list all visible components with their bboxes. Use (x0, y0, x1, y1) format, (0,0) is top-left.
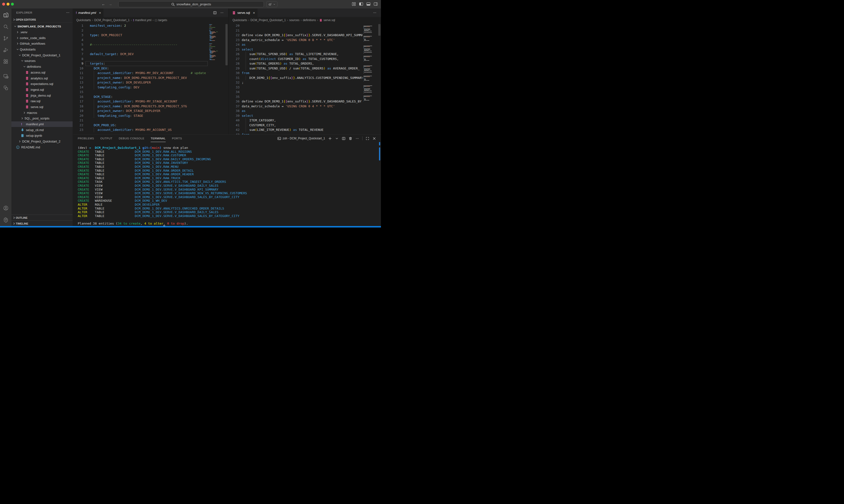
copilot-button[interactable] (266, 1, 278, 7)
breadcrumb-item[interactable]: Quickstarts (232, 18, 247, 22)
activitybar-search[interactable] (0, 21, 12, 33)
breadcrumb-item[interactable]: targets (158, 18, 168, 22)
code-line (242, 90, 363, 94)
timeline-section[interactable]: TIMELINE (12, 220, 73, 226)
terminal-scrollbar[interactable] (379, 142, 380, 145)
activitybar-explorer[interactable] (0, 9, 12, 21)
toggle-panel-icon[interactable] (366, 2, 371, 6)
tree-item-analytics-sql[interactable]: analytics.sql (12, 75, 73, 81)
line-number: 35 (229, 94, 240, 99)
terminal-scrollbar[interactable] (379, 147, 380, 161)
close-tab-icon[interactable]: × (99, 11, 101, 15)
terminal-command-line: (dev) → DCM_Project_Quickstart_1 git:(ma… (78, 146, 188, 150)
tree-item-sources[interactable]: sources (12, 58, 73, 64)
tree-item-label: definitions (27, 65, 41, 69)
editor-scrollbar[interactable] (378, 24, 381, 36)
line-number: 43 (229, 132, 240, 135)
customize-layout-icon[interactable] (352, 2, 356, 6)
chevron-right-icon (16, 42, 19, 45)
navigate-back-button[interactable]: ← (101, 2, 106, 6)
plan-row: CREATE TASK DCM_DEMO_1_DEV.ANALYTICS.TSK… (78, 180, 226, 184)
tree-item-ingest-sql[interactable]: ingest.sql (12, 87, 73, 93)
code-line (90, 47, 208, 52)
tab-serve-sql[interactable]: serve.sql × (229, 8, 258, 17)
tree-item-quickstarts[interactable]: Quickstarts (12, 47, 73, 52)
navigate-forward-button[interactable]: → (108, 2, 113, 6)
activitybar-source-control[interactable] (0, 33, 12, 44)
split-editor-icon[interactable] (213, 11, 217, 15)
tree-item-serve-sql[interactable]: serve.sql (12, 104, 73, 110)
line-number: 38 (229, 109, 240, 113)
tree-item-jinja-demo-sql[interactable]: jinja_demo.sql (12, 92, 73, 98)
zoom-window-button[interactable] (11, 3, 14, 5)
indent-guide (246, 118, 246, 123)
tree-item-github-workflows[interactable]: GitHub_workflows (12, 41, 73, 47)
breadcrumb-item[interactable]: manifest.yml (135, 18, 151, 22)
tree-item-label: jinja_demo.sql (31, 94, 51, 97)
chevron-right-icon (20, 117, 24, 120)
tree-item-definitions[interactable]: definitions (12, 64, 73, 70)
editor-serve-sql[interactable]: 202122define view DCM_DEMO_1{{env_suffix… (229, 23, 381, 134)
breadcrumb-item[interactable]: DCM_Project_Quickstart_1 (94, 18, 129, 22)
activitybar-extensions[interactable] (0, 56, 12, 68)
editor-scrollbar[interactable] (226, 24, 228, 65)
tree-item-snowflake-dcm-projects[interactable]: SNOWFLAKE_DCM_PROJECTS (12, 23, 73, 29)
close-window-button[interactable] (2, 3, 5, 5)
toggle-primary-sidebar-icon[interactable] (359, 2, 364, 6)
minimap[interactable] (208, 23, 223, 134)
activitybar-run-debug[interactable] (0, 44, 12, 56)
code-line: from (242, 71, 363, 75)
tree-item-raw-sql[interactable]: raw.sql (12, 98, 73, 104)
tree-item-label: README.md (21, 145, 40, 149)
tree-item-access-sql[interactable]: access.sql (12, 70, 73, 75)
line-number: 22 (73, 123, 83, 128)
terminal-output[interactable]: (dev) → DCM_Project_Quickstart_1 git:(ma… (78, 135, 377, 226)
activitybar-workspaces[interactable] (0, 82, 12, 94)
indent-guide (94, 99, 94, 104)
code-line: DCM_DEMO_1{{env_suffix}}.ANALYTICS.CUSTO… (242, 75, 363, 80)
tab-manifest-yml[interactable]: ! manifest.yml × (73, 8, 104, 17)
indent-guide (94, 104, 94, 109)
tree-item-readme-md[interactable]: README.md (12, 144, 73, 150)
editor-more-actions-icon[interactable] (220, 11, 224, 15)
search-icon (171, 2, 175, 6)
tree-item-setup-cli-md[interactable]: setup_cli.md (12, 127, 73, 133)
command-center-search[interactable]: snowflake_dcm_projects (118, 1, 264, 7)
tree-item-setup-ipynb[interactable]: setup.ipynb (12, 133, 73, 139)
breadcrumb[interactable]: Quickstarts›DCM_Project_Quickstart_1›!ma… (73, 17, 228, 23)
activitybar-remote-explorer[interactable] (0, 70, 12, 82)
activitybar-settings[interactable] (0, 214, 12, 226)
tree-item--venv[interactable]: .venv (12, 29, 73, 35)
editor-manifest-yml[interactable]: 1manifest_version: 223type: DCM_PROJECT4… (73, 23, 228, 134)
line-number: 3 (73, 33, 83, 38)
breadcrumb-item[interactable]: DCM_Project_Quickstart_1 (250, 18, 286, 22)
outline-section[interactable]: OUTLINE (12, 215, 73, 220)
info-icon (16, 145, 20, 149)
line-number: 21 (73, 118, 83, 123)
tree-item-macros[interactable]: macros (12, 110, 73, 115)
breadcrumb-item[interactable]: serve.sql (323, 18, 335, 22)
breadcrumb-item[interactable]: Quickstarts (76, 18, 91, 22)
plan-row: CREATE WAREHOUSE DCM_DEMO_1_WH_DEV (78, 199, 167, 203)
close-tab-icon[interactable]: × (253, 11, 255, 15)
explorer-sidebar: EXPLORER OPEN EDITORS SNOWFLAKE_DCM_PROJ… (12, 8, 73, 226)
breadcrumb-separator: › (300, 18, 301, 22)
tree-item-sql-post-scripts[interactable]: SQL_post_scripts (12, 115, 73, 121)
toggle-secondary-sidebar-icon[interactable] (373, 2, 378, 6)
minimize-window-button[interactable] (6, 3, 10, 5)
tree-item-manifest-yml[interactable]: !manifest.yml (12, 121, 73, 127)
open-editors-section[interactable]: OPEN EDITORS (12, 17, 73, 22)
tree-item-dcm-project-quickstart-1[interactable]: DCM_Project_Quickstart_1 (12, 52, 73, 58)
tree-item-dcm-project-quickstart-2[interactable]: DCM_Project_Quickstart_2 (12, 139, 73, 144)
editor-more-actions-icon[interactable] (373, 11, 376, 15)
activitybar-account[interactable] (0, 202, 12, 214)
views-more-actions-icon[interactable] (66, 11, 70, 15)
breadcrumb-item[interactable]: sources (289, 18, 299, 22)
indent-guide (246, 52, 246, 57)
tree-item-cortex-code-skills[interactable]: cortex_code_skills (12, 35, 73, 41)
title-bar: ← → snowflake_dcm_projects (0, 0, 381, 8)
tree-item-expectations-sql[interactable]: expectations.sql (12, 81, 73, 87)
breadcrumb-item[interactable]: definitions (303, 18, 316, 22)
minimap[interactable] (363, 23, 377, 134)
breadcrumb[interactable]: Quickstarts›DCM_Project_Quickstart_1›sou… (229, 17, 381, 23)
